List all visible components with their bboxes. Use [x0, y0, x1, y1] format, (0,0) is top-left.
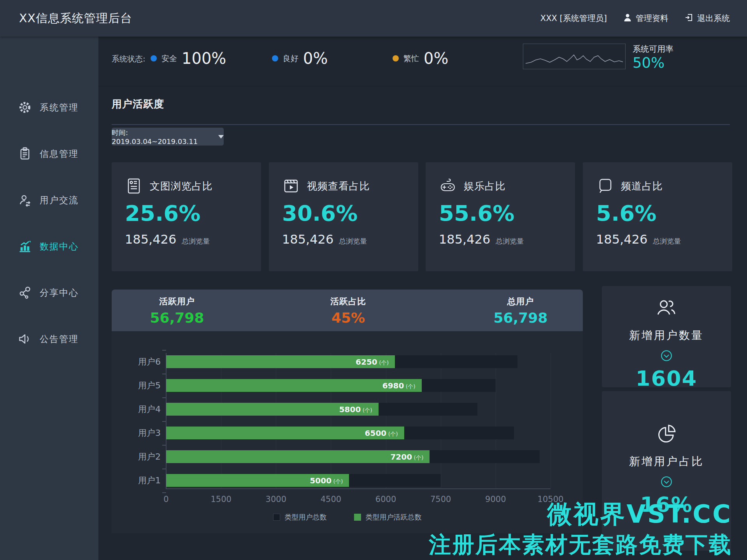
legend-item-active[interactable]: 类型用户活跃总数: [354, 513, 422, 522]
gamepad-icon: [439, 177, 457, 195]
bar-active: 5800 (个): [166, 403, 379, 416]
x-axis-tick: 6000: [375, 495, 396, 504]
user-activity-bar-chart: 用户66250 (个)用户56980 (个)用户45800 (个)用户36500…: [112, 331, 583, 533]
bar-active: 6980 (个): [166, 379, 422, 392]
share-icon: [18, 286, 32, 300]
summary-active-ratio: 活跃占比 45%: [330, 296, 366, 326]
bar-value-label: 6500 (个): [365, 428, 398, 438]
bar-category-label: 用户1: [112, 475, 166, 486]
new-users-card: 新增用户数量 1604: [602, 286, 731, 387]
bar-category-label: 用户5: [112, 380, 166, 391]
new-users-value: 1604: [636, 366, 697, 391]
bar-value-label: 5800 (个): [339, 405, 372, 414]
status-item-safe: 安全 100%: [151, 48, 226, 68]
bar-track: 5800 (个): [166, 403, 551, 416]
stat-card-count-label: 总浏览量: [339, 237, 367, 246]
status-name: 繁忙: [403, 53, 419, 64]
summary-label: 总用户: [494, 296, 548, 307]
chart-row: 用户56980 (个): [112, 379, 551, 392]
header-right: XXX [系统管理员] 管理资料 退出系统: [540, 13, 730, 24]
stat-card-entertainment: 娱乐占比 55.6% 185,426 总浏览量: [426, 162, 575, 271]
x-axis-tick: 0: [163, 495, 168, 504]
bar-category-label: 用户2: [112, 451, 166, 463]
summary-active-users: 活跃用户 56,798: [150, 296, 204, 326]
profile-button-label: 管理资料: [636, 13, 668, 24]
sidebar-item-data-center[interactable]: 数据中心: [0, 235, 98, 258]
summary-total-users: 总用户 56,798: [494, 296, 548, 326]
bar-active: 6500 (个): [166, 427, 404, 439]
chart-legend: 类型用户总数 类型用户活跃总数: [112, 513, 583, 522]
sidebar-item-system[interactable]: 系统管理: [0, 96, 98, 119]
chart-summary-bar: 活跃用户 56,798 活跃占比 45% 总用户 56,798: [112, 290, 583, 331]
caret-down-icon: [218, 135, 224, 139]
bar-value-label: 6980 (个): [382, 381, 416, 390]
legend-label: 类型用户总数: [285, 513, 327, 522]
availability-sparkline: [523, 44, 626, 69]
status-dot: [272, 55, 278, 61]
bar-category-label: 用户4: [112, 404, 166, 415]
stat-card-count: 185,426: [439, 232, 490, 247]
bar-value-label: 5000 (个): [310, 476, 343, 485]
pie-icon: [654, 422, 679, 446]
x-axis-tick: 9000: [485, 495, 506, 504]
x-axis-tick: 4500: [321, 495, 341, 504]
gridline: [551, 353, 551, 488]
section-title: 用户活跃度: [112, 97, 164, 111]
watermark-line2: 注册后本素材无套路免费下载: [429, 530, 732, 560]
logout-icon: [685, 13, 693, 24]
chart-rows: 用户66250 (个)用户56980 (个)用户45800 (个)用户36500…: [112, 355, 551, 498]
top-header: XX信息系统管理后台 XXX [系统管理员] 管理资料 退出系统: [0, 0, 747, 37]
summary-value: 45%: [330, 310, 366, 326]
stat-card-count-label: 总浏览量: [182, 237, 210, 246]
stat-card-title: 视频查看占比: [307, 179, 370, 193]
sidebar-item-info[interactable]: 信息管理: [0, 142, 98, 165]
bar-category-label: 用户3: [112, 427, 166, 439]
status-dot: [393, 55, 399, 61]
availability-value: 50%: [633, 54, 665, 71]
sidebar-item-label: 用户交流: [40, 194, 79, 206]
chart-row: 用户15000 (个): [112, 474, 551, 487]
legend-swatch-active: [354, 514, 361, 521]
person-icon: [623, 13, 632, 24]
sidebar-item-share-center[interactable]: 分享中心: [0, 281, 98, 304]
bar-category-label: 用户6: [112, 356, 166, 368]
stat-card-count-label: 总浏览量: [496, 237, 524, 246]
chart-row: 用户66250 (个): [112, 355, 551, 368]
status-divider: [98, 86, 747, 86]
users-group-icon: [654, 296, 679, 320]
user-exchange-icon: [18, 193, 32, 207]
stat-card-percent: 55.6%: [439, 200, 562, 226]
sidebar-item-label: 信息管理: [40, 148, 79, 160]
chevron-down-circle-icon: [660, 475, 673, 488]
x-axis-tick: 1500: [210, 495, 231, 504]
sidebar-item-user-exchange[interactable]: 用户交流: [0, 188, 98, 212]
clipboard-icon: [18, 147, 32, 161]
system-status-label: 系统状态:: [112, 54, 146, 64]
logout-button[interactable]: 退出系统: [685, 13, 730, 24]
status-dot: [151, 55, 157, 61]
status-value: 0%: [424, 49, 448, 67]
video-icon: [282, 177, 300, 195]
status-value: 100%: [182, 49, 226, 67]
summary-value: 56,798: [494, 310, 548, 326]
availability-label: 系统可用率: [633, 44, 673, 54]
stat-card-percent: 25.6%: [125, 200, 248, 226]
stat-card-title: 文图浏览占比: [150, 179, 213, 193]
logout-button-label: 退出系统: [697, 13, 730, 24]
sidebar-item-announcements[interactable]: 公告管理: [0, 327, 98, 351]
bar-active: 5000 (个): [166, 474, 349, 487]
sidebar-item-label: 公告管理: [40, 333, 79, 345]
watermark-line1: 微视界VST.CC: [547, 497, 732, 531]
x-axis-line: [166, 488, 551, 489]
legend-item-total[interactable]: 类型用户总数: [273, 513, 327, 522]
stat-card-count: 185,426: [282, 232, 333, 247]
sidebar-item-label: 分享中心: [40, 287, 79, 299]
channel-icon: [596, 177, 614, 195]
profile-button[interactable]: 管理资料: [623, 13, 668, 24]
stat-card-count: 185,426: [125, 232, 176, 247]
sidebar-item-label: 数据中心: [40, 241, 79, 253]
time-filter-dropdown[interactable]: 时间: 2019.03.04~2019.03.11: [112, 128, 224, 146]
bar-track: 6250 (个): [166, 355, 551, 368]
legend-label: 类型用户活跃总数: [366, 513, 422, 522]
new-users-title: 新增用户数量: [629, 328, 704, 343]
